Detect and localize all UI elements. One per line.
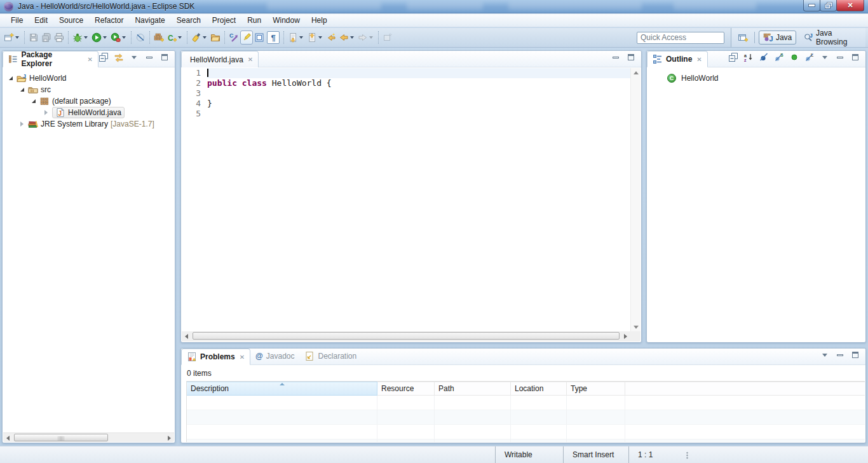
pin-editor-button[interactable] [381, 31, 394, 45]
maximize-view-icon[interactable] [850, 52, 860, 62]
new-wizard-button[interactable] [3, 31, 22, 45]
save-button[interactable] [27, 31, 40, 45]
save-all-button[interactable] [40, 31, 53, 45]
titlebar[interactable]: Java - HelloWorld/src/HelloWorld.java - … [0, 0, 868, 13]
tree-item-project[interactable]: J HelloWorld [3, 73, 175, 84]
show-source-of-selected-element-button[interactable] [253, 31, 266, 45]
sort-button[interactable]: az [743, 52, 754, 62]
hide-local-types-button[interactable]: L [804, 52, 815, 62]
run-external-tools-button[interactable] [109, 31, 128, 45]
minimize-view-icon[interactable] [835, 52, 845, 62]
hide-fields-button[interactable] [759, 52, 769, 62]
hide-static-members-button[interactable]: S [774, 52, 784, 62]
back-button[interactable] [337, 31, 356, 45]
scroll-left-icon[interactable] [182, 331, 191, 341]
last-edit-location-button[interactable] [325, 31, 337, 45]
menu-project[interactable]: Project [207, 15, 241, 26]
scroll-down-icon[interactable] [631, 322, 641, 331]
collapsed-twistie-icon[interactable] [44, 110, 48, 115]
forward-button[interactable] [356, 31, 376, 45]
collapsed-twistie-icon[interactable] [20, 121, 24, 127]
view-menu-icon[interactable] [129, 52, 139, 62]
run-button[interactable] [90, 31, 109, 45]
scroll-right-icon[interactable] [621, 331, 630, 341]
scrollbar-thumb[interactable] [14, 434, 108, 441]
previous-annotation-button[interactable] [306, 31, 325, 45]
quick-access-input[interactable] [637, 32, 724, 44]
collapse-all-button[interactable] [728, 52, 738, 62]
editor-tab-helloworld-java[interactable]: J HelloWorld.java ✕ [181, 51, 259, 67]
editor-vscrollbar[interactable] [630, 68, 641, 331]
skip-all-breakpoints-button[interactable] [134, 31, 147, 45]
scrollbar-thumb[interactable] [193, 332, 620, 340]
maximize-view-icon[interactable] [159, 52, 170, 62]
tree-item-default-package[interactable]: (default package) [3, 95, 175, 107]
code-editor[interactable]: 1 2public class HelloWorld { 3 4} 5 [182, 68, 630, 331]
package-explorer-hscrollbar[interactable] [3, 432, 174, 442]
close-editor-icon[interactable]: ✕ [247, 56, 253, 63]
next-annotation-button[interactable] [287, 31, 306, 45]
window-minimize-button[interactable] [803, 0, 820, 11]
javadoc-at-icon: @ [255, 352, 263, 361]
column-header-description[interactable]: Description [187, 382, 377, 396]
menu-search[interactable]: Search [171, 15, 207, 26]
expanded-twistie-icon[interactable] [20, 88, 24, 92]
scroll-left-icon[interactable] [3, 433, 13, 443]
new-java-package-button[interactable] [153, 31, 165, 45]
menu-edit[interactable]: Edit [29, 15, 53, 26]
minimize-view-icon[interactable] [144, 52, 154, 62]
column-header-resource[interactable]: Resource [377, 382, 435, 396]
tab-outline[interactable]: Outline ✕ [647, 51, 708, 67]
minimize-view-icon[interactable] [611, 52, 621, 62]
close-view-icon[interactable]: ✕ [695, 56, 702, 63]
search-button[interactable] [190, 31, 209, 45]
view-menu-icon[interactable] [820, 52, 830, 62]
view-menu-icon[interactable] [820, 350, 830, 360]
toggle-mark-occurrences-button[interactable] [240, 31, 253, 45]
window-close-button[interactable]: ✕ [836, 0, 864, 11]
debug-button[interactable] [71, 31, 90, 45]
expanded-twistie-icon[interactable] [9, 76, 13, 80]
maximize-view-icon[interactable] [626, 52, 636, 62]
tab-package-explorer[interactable]: Package Explorer ✕ [3, 51, 98, 67]
editor-tab-label: HelloWorld.java [190, 55, 243, 64]
menu-run[interactable]: Run [241, 15, 267, 26]
perspective-java-browsing-button[interactable]: J Java Browsing [800, 27, 865, 48]
new-java-class-button[interactable]: C [165, 31, 184, 45]
perspective-java-button[interactable]: J Java [759, 31, 796, 45]
menu-navigate[interactable]: Navigate [129, 15, 170, 26]
menu-help[interactable]: Help [306, 15, 333, 26]
tab-problems[interactable]: Problems ✕ [181, 349, 250, 365]
scroll-right-icon[interactable] [165, 433, 174, 443]
menu-window[interactable]: Window [267, 15, 306, 26]
open-task-button[interactable] [209, 31, 222, 45]
column-header-type[interactable]: Type [567, 382, 625, 396]
link-with-editor-button[interactable] [114, 52, 124, 62]
tree-item-src[interactable]: src [3, 84, 175, 95]
scroll-up-icon[interactable] [631, 68, 641, 77]
open-perspective-button[interactable] [736, 31, 749, 45]
show-whitespace-characters-button[interactable]: ¶ [266, 31, 281, 45]
menu-refactor[interactable]: Refactor [89, 15, 129, 26]
open-plugin-artifact-button[interactable]: C [227, 31, 240, 45]
minimize-view-icon[interactable] [835, 350, 845, 360]
window-restore-button[interactable] [820, 0, 837, 11]
close-view-icon[interactable]: ✕ [238, 354, 245, 361]
package-icon [39, 96, 50, 106]
expanded-twistie-icon[interactable] [32, 99, 36, 103]
hide-non-public-members-button[interactable] [789, 52, 799, 62]
tree-item-helloworld-java[interactable]: J HelloWorld.java [3, 107, 175, 118]
column-header-path[interactable]: Path [435, 382, 511, 396]
column-header-location[interactable]: Location [511, 382, 567, 396]
collapse-all-button[interactable] [98, 52, 109, 62]
tab-declaration[interactable]: Declaration [299, 348, 362, 364]
menu-file[interactable]: File [5, 15, 29, 26]
tab-javadoc[interactable]: @ Javadoc [250, 348, 299, 364]
editor-hscrollbar[interactable] [182, 331, 630, 342]
outline-item-helloworld[interactable]: C HelloWorld [647, 67, 865, 83]
menu-source[interactable]: Source [53, 15, 89, 26]
print-button[interactable] [53, 31, 65, 45]
close-view-icon[interactable]: ✕ [86, 56, 93, 63]
maximize-view-icon[interactable] [850, 350, 860, 360]
tree-item-jre-system-library[interactable]: JRE System Library [JavaSE-1.7] [3, 118, 175, 130]
